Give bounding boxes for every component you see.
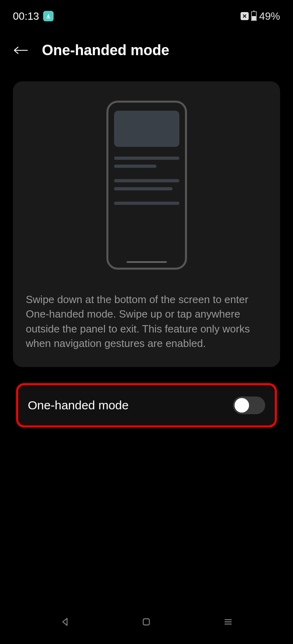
battery-percent: 49% [259, 10, 280, 23]
toggle-label: One-handed mode [28, 398, 129, 412]
nav-home-button[interactable] [138, 614, 154, 630]
status-right: ✕ 49% [241, 10, 280, 23]
status-bar: 00:13 ✕ 49% [0, 0, 293, 26]
nav-recents-button[interactable] [220, 614, 236, 630]
status-time: 00:13 [13, 10, 39, 23]
page-title: One-handed mode [42, 42, 169, 59]
battery-icon [251, 11, 257, 21]
status-left: 00:13 [13, 10, 54, 23]
info-description: Swipe down at the bottom of the screen t… [26, 292, 267, 351]
page-header: One-handed mode [0, 26, 293, 68]
nav-back-button[interactable] [57, 614, 73, 630]
card-error-icon: ✕ [241, 12, 249, 20]
one-handed-mode-row[interactable]: One-handed mode [16, 383, 277, 427]
svg-rect-0 [143, 619, 150, 625]
navigation-bar [0, 608, 293, 644]
back-button[interactable] [13, 42, 29, 58]
download-icon [43, 11, 54, 21]
info-card: Swipe down at the bottom of the screen t… [13, 81, 280, 367]
one-handed-mode-toggle[interactable] [233, 396, 265, 414]
phone-illustration [106, 101, 187, 270]
